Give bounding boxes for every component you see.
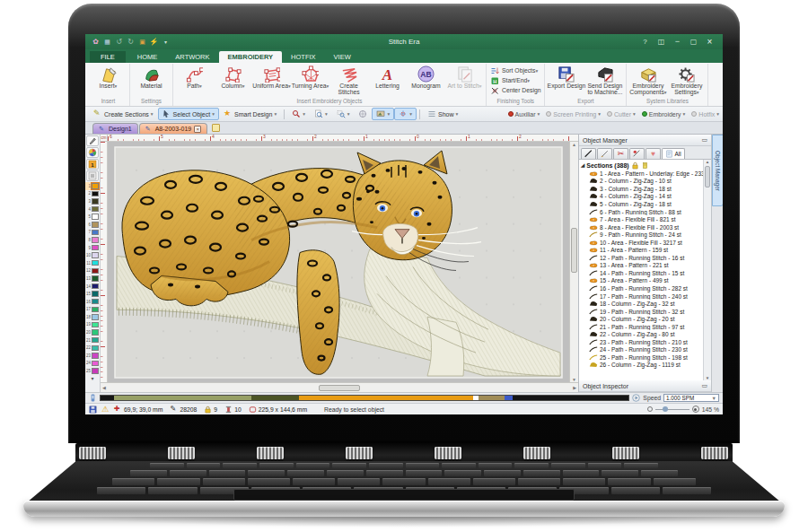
object-list-item[interactable]: 9 - Path - Running Stitch - 24 st [579,231,703,239]
thread-color-2[interactable]: 2 [85,190,101,198]
create-stitches-button[interactable]: Create Stitches [329,64,368,96]
zoom-in-icon[interactable] [692,406,699,413]
object-list-item[interactable]: 25 - Path - Running Stitch - 198 st [579,353,703,362]
send-design-to-machine-button[interactable]: Send Design to Machine... [585,64,624,96]
filter-tab-stroke[interactable] [581,148,596,159]
thread-color-4[interactable]: 4 [85,205,101,214]
object-list-item[interactable]: 14 - Path - Running Stitch - 15 st [579,269,703,277]
scroll-left-icon[interactable]: ◀ [102,385,106,390]
thread-color-15[interactable]: 15 [85,290,101,298]
object-list-item[interactable]: 6 - Path - Running Stitch - 88 st [579,208,703,216]
zoom-icon-button[interactable]: ▾ [287,108,310,120]
start-end-button[interactable]: HStart/End▾ [488,76,531,85]
horizontal-scroll-thumb[interactable] [319,385,360,391]
uniform-area-button[interactable]: Uniform Area▾ [252,64,291,90]
object-list-item[interactable]: 13 - Area - Pattern - 221 st [579,262,703,270]
thread-color-20[interactable]: 20 [85,328,101,336]
thread-color-25[interactable]: 25 [85,367,101,375]
thread-color-16[interactable]: 16 [85,298,101,306]
canvas-horizontal-scrollbar[interactable]: ◀ ▶ [101,382,578,392]
zoom-slider[interactable] [655,409,689,410]
ribbon-tab-embroidery[interactable]: EMBROIDERY [219,51,283,63]
color-wheel-tool[interactable] [86,147,99,158]
object-list-item[interactable]: 12 - Path - Running Stitch - 16 st [579,254,703,262]
embroidery-components-button[interactable]: Embroidery Components▾ [628,64,667,96]
scroll-right-icon[interactable]: ▶ [573,385,576,390]
pan-icon-button[interactable] [354,108,372,120]
select-object-button[interactable]: Select Object▾ [158,108,219,120]
filter-tab-pencil-stroke[interactable] [597,148,612,159]
monogram-button[interactable]: ABMonogram [407,64,445,89]
export-design-button[interactable]: Export Design [547,64,585,89]
thread-color-12[interactable]: 12 [85,267,101,275]
mode-toggle-cutter[interactable]: Cutter▾ [607,111,636,118]
object-list-item[interactable]: 18 - Column - Zig-Zag - 32 st [579,300,703,308]
insert-button[interactable]: Insert▾ [89,64,127,90]
thread-color-23[interactable]: 23 [85,352,101,360]
material-button[interactable]: Material [132,64,171,89]
object-list-item[interactable]: 1 - Area - Pattern - Underlay: Edge - 23… [579,170,703,178]
zoom-slider-handle[interactable] [663,406,668,412]
object-list-scrollbar[interactable]: ▲ ▼ [703,160,711,380]
object-list-item[interactable]: 4 - Column - Zig-Zag - 14 st [579,193,703,201]
object-inspector-header[interactable]: Object Inspector ▭ [579,380,711,392]
object-list-item[interactable]: 11 - Area - Pattern - 159 st [579,246,703,254]
zoom-rect-icon-button[interactable]: ▾ [332,108,355,120]
object-list-item[interactable]: 17 - Path - Running Stitch - 240 st [579,292,703,301]
object-list-item[interactable]: 19 - Path - Running Stitch - 32 st [579,308,703,316]
object-list-item[interactable]: 22 - Column - Zig-Zag - 80 st [579,330,703,338]
object-list-item[interactable]: 15 - Area - Pattern - 499 st [579,277,703,285]
thread-color-22[interactable]: 22 [85,344,101,352]
object-list-item[interactable]: 21 - Path - Running Stitch - 97 st [579,323,703,331]
object-list-item[interactable]: 8 - Area - Flexible Fill - 2003 st [579,223,703,231]
tree-expand-icon[interactable]: ◢ [581,162,584,168]
filter-tab-all[interactable]: All [662,148,685,159]
thread-color-3[interactable]: 3 [85,197,101,205]
zoom-page-icon-button[interactable]: ▾ [310,108,332,120]
thread-color-9[interactable]: 9 [85,244,101,252]
show-button[interactable]: Show▾ [423,108,462,120]
object-list-item[interactable]: 10 - Area - Flexible Fill - 3217 st [579,239,703,247]
thread-color-5[interactable]: 5 [85,213,101,221]
thread-color-11[interactable]: 11 [85,259,101,267]
object-list-scroll-thumb[interactable] [705,166,710,188]
package-icon[interactable]: ▣ [138,38,146,46]
panel-minimize-icon[interactable]: ▭ [701,136,707,144]
mode-toggle-hotfix[interactable]: Hotfix▾ [691,111,719,118]
object-list-item[interactable]: 24 - Path - Running Stitch - 230 st [579,346,703,354]
path-button[interactable]: Path▾ [175,64,214,90]
thread-color-21[interactable]: 21 [85,336,101,344]
thread-color-13[interactable]: 13 [85,275,101,283]
filter-tab-scissors[interactable]: ✂ [613,148,628,159]
new-design-icon[interactable] [212,124,220,132]
column-button[interactable]: Column▾ [214,64,252,90]
thread-color-7[interactable]: 7 [85,229,101,237]
thread-color-1[interactable]: 1 [85,182,101,190]
minimize-icon[interactable]: − [673,38,681,46]
scroll-up-icon[interactable]: ▲ [572,142,576,147]
sections-header-row[interactable]: ◢ Sections (388) [579,161,703,170]
object-list-item[interactable]: 2 - Column - Zig-Zag - 10 st [579,178,703,186]
lock-icon[interactable] [631,161,639,170]
object-list-item[interactable]: 5 - Column - Zig-Zag - 18 st [579,200,703,208]
restore-icon[interactable]: ▢ [689,38,698,46]
mode-toggle-screen-printing[interactable]: Screen Printing▾ [546,111,601,118]
thread-sequence-bar[interactable] [100,395,629,401]
document-tab-design1[interactable]: ✎Design1 [92,123,138,134]
warning-icon[interactable]: ⚠ [101,406,110,414]
mode-toggle-auxiliar[interactable]: Auxiliar▾ [508,111,540,118]
ribbon-collapse-icon[interactable]: ◫ [657,38,665,46]
close-tab-icon[interactable]: × [194,126,201,133]
filter-tab-heart[interactable]: ♥ [646,148,661,159]
smart-design-button[interactable]: ★Smart Design▾ [219,108,281,120]
play-icon[interactable] [632,394,640,402]
object-list-item[interactable]: 20 - Column - Zig-Zag - 20 st [579,315,703,323]
thread-color-17[interactable]: 17 [85,306,101,314]
embroidery-settings-button[interactable]: Embroidery Settings▾ [667,64,706,96]
close-icon[interactable]: × [706,38,714,46]
mode-toggle-embroidery[interactable]: Embroidery▾ [642,111,686,118]
thread-color-6[interactable]: 6 [85,221,101,229]
app-flower-icon[interactable]: ✿ [92,38,100,46]
save-icon[interactable]: ▦ [103,38,111,46]
zoom-out-icon[interactable] [647,406,653,412]
